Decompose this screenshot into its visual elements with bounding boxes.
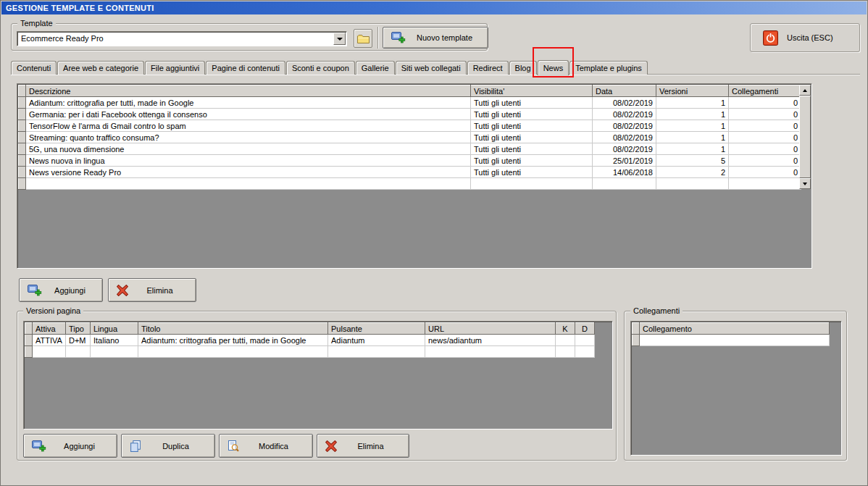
cell-url: news/adiantum: [425, 335, 556, 346]
column-header-lingua[interactable]: Lingua: [91, 323, 138, 335]
column-header-versioni[interactable]: Versioni: [656, 85, 729, 97]
cell-versioni: 1: [656, 143, 729, 155]
vertical-scrollbar[interactable]: [799, 85, 811, 189]
delete-icon: [117, 285, 128, 296]
row-gutter: [25, 346, 33, 358]
tab-siti-web-collegati[interactable]: Siti web collegati: [396, 61, 467, 75]
versions-group-label: Versioni pagina: [23, 306, 83, 315]
version-delete-button[interactable]: Elimina: [317, 434, 409, 458]
delete-news-label: Elimina: [128, 286, 196, 295]
tab-template-e-plugins[interactable]: Template e plugins: [569, 61, 648, 75]
cell-data: 08/02/2019: [593, 132, 656, 143]
version-add-label: Aggiungi: [46, 442, 117, 451]
open-template-button[interactable]: [354, 29, 372, 48]
arrow-up-icon: [803, 89, 807, 92]
exit-group: Uscita (ESC): [750, 23, 860, 52]
column-header-tipo[interactable]: Tipo: [66, 323, 91, 335]
links-panel: Collegamento: [630, 321, 842, 456]
scroll-up-button[interactable]: [799, 85, 811, 96]
scrollbar-thumb[interactable]: [799, 96, 811, 178]
cell-collegamenti: 0: [729, 97, 801, 109]
cell-versioni: 1: [656, 132, 729, 143]
row-gutter-header: [19, 85, 26, 97]
tab-news[interactable]: News: [538, 60, 569, 75]
column-header-titolo[interactable]: Titolo: [138, 323, 328, 335]
titlebar: GESTIONE TEMPLATE E CONTENUTI: [1, 1, 867, 14]
cell-collegamenti: 0: [729, 109, 801, 120]
cell-collegamenti: 0: [729, 143, 801, 155]
news-row[interactable]: News nuova in lingua Tutti gli utenti 25…: [19, 155, 801, 167]
cell-descrizione: Streaming: quanto traffico consuma?: [26, 132, 471, 143]
column-header-url[interactable]: URL: [425, 323, 556, 335]
tab-aree-web-e-categorie[interactable]: Aree web e categorie: [57, 61, 144, 75]
version-edit-button[interactable]: Modifica: [219, 434, 313, 458]
column-header-attiva[interactable]: Attiva: [33, 323, 66, 335]
tab-redirect[interactable]: Redirect: [467, 61, 509, 75]
news-row[interactable]: Adiantum: crittografia per tutti, made i…: [19, 97, 801, 109]
edit-icon: [228, 440, 239, 452]
cell-data: 08/02/2019: [593, 109, 656, 120]
news-row[interactable]: Germania: per i dati Facebook ottenga il…: [19, 109, 801, 120]
cell-collegamenti: 0: [729, 167, 801, 178]
column-header-data[interactable]: Data: [593, 85, 656, 97]
add-icon: [28, 285, 42, 296]
news-row[interactable]: News versione Ready Pro Tutti gli utenti…: [19, 167, 801, 178]
column-header-collegamento[interactable]: Collegamento: [640, 323, 830, 335]
news-row[interactable]: Streaming: quanto traffico consuma? Tutt…: [19, 132, 801, 143]
news-row-empty: [19, 178, 801, 190]
row-gutter: [19, 155, 26, 167]
tab-sconti-e-coupon[interactable]: Sconti e coupon: [286, 61, 355, 75]
tab-gallerie[interactable]: Gallerie: [356, 61, 395, 75]
cell-visibilita: Tutti gli utenti: [471, 143, 593, 155]
cell-pulsante: Adiantum: [328, 335, 425, 346]
new-template-label: Nuovo template: [406, 33, 488, 42]
tab-blog[interactable]: Blog: [509, 61, 537, 75]
cell-data: 08/02/2019: [593, 120, 656, 132]
column-header-d[interactable]: D: [575, 323, 595, 335]
tab-pagine-di-contenuti[interactable]: Pagine di contenuti: [206, 61, 285, 75]
cell-descrizione: News nuova in lingua: [26, 155, 471, 167]
combobox-dropdown-button[interactable]: [333, 33, 346, 45]
row-gutter-header: [25, 323, 33, 335]
column-header-collegamenti[interactable]: Collegamenti: [729, 85, 801, 97]
cell-collegamenti: 0: [729, 155, 801, 167]
cell-tipo: D+M: [66, 335, 91, 346]
row-gutter: [19, 120, 26, 132]
cell-visibilita: Tutti gli utenti: [471, 132, 593, 143]
exit-button-label: Uscita (ESC): [787, 33, 833, 42]
tab-contenuti[interactable]: Contenuti: [11, 61, 57, 75]
version-row[interactable]: ATTIVA D+M Italiano Adiantum: crittograf…: [25, 335, 595, 346]
cell-visibilita: Tutti gli utenti: [471, 155, 593, 167]
cell-descrizione: Germania: per i dati Facebook ottenga il…: [26, 109, 471, 120]
delete-news-button[interactable]: Elimina: [108, 278, 196, 302]
version-duplicate-button[interactable]: Duplica: [121, 434, 215, 458]
row-gutter: [25, 335, 33, 346]
row-gutter: [633, 335, 640, 346]
news-row[interactable]: TensorFlow è l'arma di Gmail contro lo s…: [19, 120, 801, 132]
versions-group: Versioni pagina Attiva Tipo Lingua Titol…: [17, 311, 617, 461]
column-header-pulsante[interactable]: Pulsante: [328, 323, 425, 335]
app-window: GESTIONE TEMPLATE E CONTENUTI Template E…: [0, 0, 868, 486]
row-gutter: [19, 132, 26, 143]
scroll-down-button[interactable]: [799, 178, 811, 189]
row-gutter: [19, 143, 26, 155]
cell-versioni: 1: [656, 109, 729, 120]
new-template-button[interactable]: Nuovo template: [383, 27, 488, 49]
cell-versioni: 5: [656, 155, 729, 167]
column-header-k[interactable]: K: [556, 323, 575, 335]
news-row[interactable]: 5G, una nuova dimensione Tutti gli utent…: [19, 143, 801, 155]
column-header-visibilita[interactable]: Visibilita': [471, 85, 593, 97]
cell-data: 25/01/2019: [593, 155, 656, 167]
version-add-button[interactable]: Aggiungi: [23, 434, 117, 458]
cell-k: [556, 335, 575, 346]
column-header-descrizione[interactable]: Descrizione: [26, 85, 471, 97]
template-combobox[interactable]: Ecommerce Ready Pro: [17, 31, 347, 46]
tab-file-aggiuntivi[interactable]: File aggiuntivi: [145, 61, 205, 75]
add-news-button[interactable]: Aggiungi: [19, 278, 103, 302]
power-icon: [763, 30, 778, 46]
cell-visibilita: Tutti gli utenti: [471, 120, 593, 132]
row-gutter: [19, 97, 26, 109]
cell-visibilita: Tutti gli utenti: [471, 167, 593, 178]
cell-d: [575, 335, 595, 346]
exit-button[interactable]: Uscita (ESC): [753, 26, 857, 49]
